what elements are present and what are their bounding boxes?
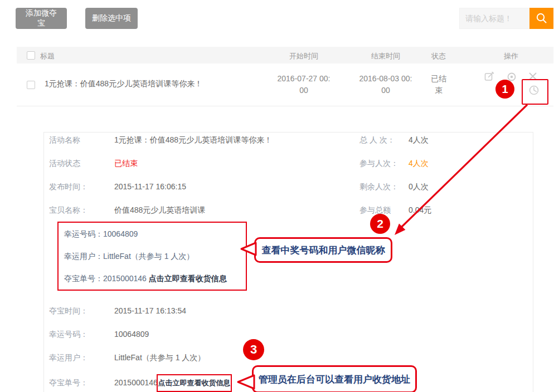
value-total-count: 4人次	[409, 135, 429, 145]
lucky-number-value: 10064809	[103, 229, 138, 238]
value-publish-time: 2015-11-17 16:06:15	[114, 182, 186, 191]
cell-start-time: 2016-07-27 00:00	[276, 73, 332, 96]
label-order-number: 夺宝单号：	[49, 378, 88, 388]
edit-icon[interactable]	[484, 71, 495, 82]
row-title: 1元抢课：价值488元少儿英语培训课等你来！	[45, 79, 202, 89]
label-remaining-count: 剩余人次：	[359, 182, 399, 192]
lucky-user-row: 幸运用户：LittleFat（共参与 1 人次）	[64, 252, 194, 262]
column-header-title: 标题	[40, 51, 55, 61]
select-all-checkbox[interactable]	[27, 51, 35, 60]
column-header-status: 状态	[427, 51, 450, 61]
search-icon	[535, 12, 548, 25]
value-order-number: 2015000146	[114, 378, 158, 387]
column-header-start-time: 开始时间	[276, 51, 332, 61]
delete-selected-button[interactable]: 删除选中项	[85, 8, 138, 29]
value-lucky-user: LittleFat（共参与 1 人次）	[114, 353, 205, 363]
step-badge-1: 1	[495, 80, 514, 99]
lucky-order-row: 夺宝单号：2015000146 点击立即查看收货信息	[64, 274, 227, 284]
cell-status: 已结束	[429, 73, 448, 96]
callout-winning-info: 查看中奖号码和用户微信昵称	[254, 237, 392, 263]
label-total-amount: 参与总额	[359, 205, 391, 215]
table-row[interactable]: 1元抢课：价值488元少儿英语培训课等你来！ 2016-07-27 00:00 …	[17, 63, 553, 106]
label-activity-name: 活动名称	[49, 135, 80, 145]
lucky-order-label: 夺宝单号：	[64, 274, 103, 283]
step-badge-2: 2	[370, 214, 390, 234]
table-header: 标题 开始时间 结束时间 状态 操作	[17, 47, 553, 63]
label-total-count: 总 人 次：	[359, 135, 395, 145]
step-badge-3: 3	[243, 339, 264, 360]
lucky-user-label: 幸运用户：	[64, 252, 103, 261]
value-activity-name: 1元抢课：价值488元少儿英语培训课等你来！	[114, 135, 272, 145]
value-win-time: 2015-11-17 16:13:54	[114, 306, 186, 315]
value-lucky-number: 10064809	[114, 330, 149, 339]
weiduobao-admin-page: 添加微夺宝 删除选中项 标题 开始时间 结束时间 状态 操作 1元抢课：价值48…	[0, 0, 554, 392]
label-activity-status: 活动状态	[49, 159, 80, 169]
callout-shipping-address: 管理员在后台可以查看用户收货地址	[252, 365, 417, 392]
lucky-number-row: 幸运号码：10064809	[64, 229, 138, 239]
view-shipping-info-link-boxed[interactable]: 点击立即查看收货信息	[157, 374, 232, 392]
column-header-actions: 操作	[494, 51, 528, 61]
search-input[interactable]	[459, 8, 529, 29]
label-publish-time: 发布时间：	[49, 182, 88, 192]
value-activity-status: 已结束	[114, 159, 138, 169]
search-button[interactable]	[529, 8, 553, 29]
annotation-box-clock	[522, 79, 548, 105]
view-shipping-info-link[interactable]: 点击立即查看收货信息	[149, 274, 227, 283]
label-win-time: 夺宝时间：	[49, 306, 88, 316]
value-joined-count: 4人次	[409, 159, 429, 169]
add-weiduobao-button[interactable]: 添加微夺宝	[16, 8, 67, 29]
column-header-end-time: 结束时间	[358, 51, 414, 61]
lucky-user-value: LittleFat（共参与 1 人次）	[103, 252, 194, 261]
lucky-info-annotation-box: 幸运号码：10064809 幸运用户：LittleFat（共参与 1 人次） 夺…	[57, 222, 247, 291]
label-prize-name: 宝贝名称：	[49, 205, 88, 215]
lucky-number-label: 幸运号码：	[64, 229, 103, 238]
label-lucky-user: 幸运用户：	[49, 353, 88, 363]
cell-end-time: 2016-08-03 00:00	[358, 73, 414, 96]
label-lucky-number: 幸运号码：	[49, 330, 88, 340]
label-joined-count: 参与人次：	[359, 159, 399, 169]
lucky-order-value: 2015000146	[103, 274, 149, 283]
row-checkbox[interactable]	[27, 81, 35, 89]
value-prize-name: 价值488元少儿英语培训课	[114, 205, 205, 215]
value-remaining-count: 0人次	[409, 182, 429, 192]
value-total-amount: 0.04元	[409, 205, 431, 215]
